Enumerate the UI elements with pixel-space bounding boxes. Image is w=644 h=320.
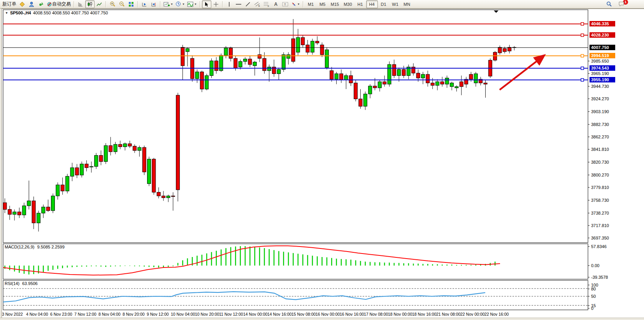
line-end-marker[interactable] bbox=[581, 79, 584, 81]
macd-axis-label: 0.00 bbox=[591, 263, 599, 268]
time-axis-label: 4 Nov 04:00 bbox=[26, 312, 48, 317]
time-axis-label: 21 Nov 08:00 bbox=[436, 312, 461, 317]
time-axis-label: 18 Nov 00:00 bbox=[388, 312, 412, 317]
new-chart-button[interactable]: ▼ bbox=[162, 0, 174, 8]
rsi-axis-label: 0 bbox=[591, 306, 593, 311]
price-axis-label: 3862.270 bbox=[591, 135, 609, 139]
text-tool-icon[interactable]: A bbox=[271, 0, 281, 8]
candle-body bbox=[469, 74, 473, 79]
rsi-name: RSI(14) bbox=[5, 281, 19, 286]
candle-body bbox=[306, 45, 309, 52]
notifications-button[interactable]: 1 bbox=[617, 0, 626, 8]
candle-body bbox=[248, 59, 252, 65]
new-order-label: 新订单 bbox=[2, 1, 16, 7]
svg-text:T: T bbox=[284, 3, 286, 6]
timeframe-m15[interactable]: M15 bbox=[328, 0, 341, 8]
time-axis-label: 10 Nov 20:00 bbox=[195, 312, 219, 317]
macd-name: MACD(12,26,9) bbox=[5, 245, 34, 249]
zoom-out-icon[interactable] bbox=[117, 0, 126, 8]
new-order-button[interactable]: 新订单 bbox=[1, 0, 18, 8]
candle-body bbox=[186, 49, 189, 52]
crosshair-tool-icon[interactable] bbox=[211, 0, 221, 8]
candle-body bbox=[152, 159, 156, 192]
vertical-line-tool-icon[interactable] bbox=[225, 0, 234, 8]
market-watch-icon[interactable] bbox=[18, 0, 27, 8]
line-end-marker[interactable] bbox=[581, 54, 584, 57]
candle-body bbox=[301, 37, 305, 45]
trendline-tool-icon[interactable] bbox=[243, 0, 253, 8]
timeframe-m1[interactable]: M1 bbox=[305, 0, 317, 8]
timeframe-m5[interactable]: M5 bbox=[317, 0, 328, 8]
candle-body bbox=[325, 50, 328, 68]
candle-body bbox=[440, 82, 444, 84]
candle-body bbox=[114, 144, 117, 152]
timeframe-mn[interactable]: MN bbox=[401, 0, 413, 8]
label-tool-icon[interactable]: T bbox=[281, 0, 290, 8]
candle-body bbox=[42, 207, 45, 213]
timeframe-w1[interactable]: W1 bbox=[390, 0, 401, 8]
candle-body bbox=[99, 156, 103, 162]
price-level-badge-label: 4028.230 bbox=[591, 33, 609, 37]
cursor-tool-icon[interactable] bbox=[202, 0, 211, 8]
candle-body bbox=[37, 213, 40, 223]
window-left-frame bbox=[0, 9, 2, 318]
candle-body bbox=[316, 41, 319, 43]
timeframe-h1[interactable]: H1 bbox=[354, 0, 366, 8]
candle-body bbox=[474, 74, 477, 83]
price-level-badge-label: 3994.519 bbox=[591, 53, 609, 58]
candle-body bbox=[267, 67, 271, 70]
search-icon[interactable] bbox=[604, 0, 614, 8]
candle-body bbox=[109, 145, 112, 152]
timeframe-m30[interactable]: M30 bbox=[341, 0, 354, 8]
candle-body bbox=[214, 61, 218, 70]
candle-body bbox=[258, 55, 261, 58]
candlestick-chart-icon[interactable] bbox=[85, 0, 95, 8]
profile-icon[interactable] bbox=[27, 0, 36, 8]
candle-body bbox=[263, 58, 266, 71]
line-chart-icon[interactable] bbox=[95, 0, 104, 8]
arrows-tool-button[interactable]: ▼ bbox=[290, 0, 301, 8]
candle-body bbox=[32, 201, 35, 223]
candle-body bbox=[277, 70, 281, 74]
price-level-badge-label: 3974.543 bbox=[591, 66, 609, 70]
price-axis-label: 3841.810 bbox=[591, 147, 609, 152]
rsi-value: 63.9506 bbox=[22, 281, 38, 286]
autotrade-button[interactable]: 自动交易 bbox=[46, 0, 72, 8]
zoom-in-icon[interactable] bbox=[108, 0, 117, 8]
line-end-marker[interactable] bbox=[581, 34, 584, 37]
chart-collapse-icon[interactable]: ▼ bbox=[5, 11, 8, 15]
rsi-axis-label: 80 bbox=[591, 287, 596, 291]
channel-tool-icon[interactable]: E bbox=[253, 0, 262, 8]
candle-body bbox=[3, 203, 7, 209]
bar-chart-icon[interactable] bbox=[76, 0, 85, 8]
price-axis-label: 3965.190 bbox=[591, 71, 609, 76]
timeframe-h4[interactable]: H4 bbox=[366, 0, 378, 8]
price-axis-label: 3800.270 bbox=[591, 173, 609, 177]
candle-body bbox=[460, 82, 463, 87]
fibonacci-tool-icon[interactable]: F bbox=[262, 0, 271, 8]
line-end-marker[interactable] bbox=[581, 23, 584, 25]
timeframe-d1[interactable]: D1 bbox=[378, 0, 390, 8]
time-axis-label: 8 Nov 04:00 bbox=[98, 312, 121, 317]
candle-body bbox=[416, 73, 420, 78]
main-chart-frame bbox=[3, 10, 588, 243]
horizontal-line-tool-icon[interactable] bbox=[234, 0, 243, 8]
candle-body bbox=[378, 82, 381, 88]
candle-body bbox=[330, 71, 333, 79]
signal-icon[interactable] bbox=[36, 0, 46, 8]
candle-body bbox=[344, 75, 348, 80]
toolbar-separator bbox=[200, 1, 200, 7]
price-axis-label: 3820.730 bbox=[591, 160, 609, 164]
auto-scroll-icon[interactable] bbox=[140, 0, 149, 8]
candle-body bbox=[133, 146, 136, 150]
line-end-marker[interactable] bbox=[581, 67, 584, 70]
chart-canvas[interactable]: 3985.6503965.1903944.7303924.2703903.190… bbox=[0, 0, 644, 320]
macd-axis-label: 57.8346 bbox=[591, 244, 607, 249]
indicators-button[interactable]: ▼ bbox=[186, 0, 198, 8]
period-button[interactable]: ▼ bbox=[174, 0, 186, 8]
candle-body bbox=[85, 164, 88, 168]
candle-body bbox=[128, 144, 132, 146]
tile-windows-icon[interactable] bbox=[126, 0, 136, 8]
chart-shift-icon[interactable] bbox=[149, 0, 158, 8]
candle-body bbox=[147, 159, 151, 184]
